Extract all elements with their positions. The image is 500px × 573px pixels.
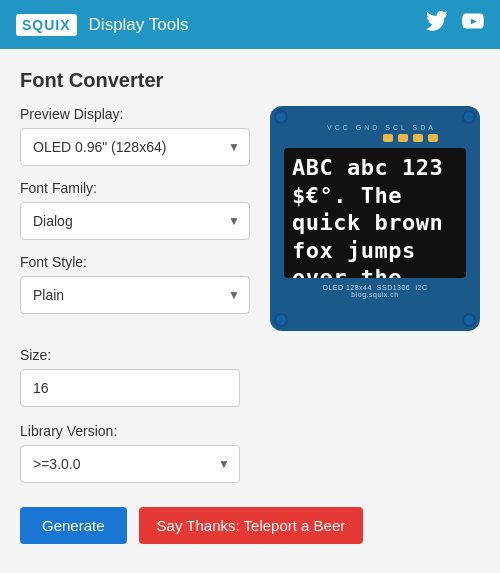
bottom-section: Size: Library Version: >=3.0.0 <3.0.0 ▼ [20, 347, 480, 483]
library-version-wrapper: >=3.0.0 <3.0.0 ▼ [20, 445, 240, 483]
header-left: SQUIX Display Tools [16, 14, 188, 36]
header-title: Display Tools [89, 15, 189, 35]
font-style-select[interactable]: Plain Bold Italic Bold Italic [20, 276, 250, 314]
oled-device: VCC GND SCL SDA ABC abc 123 $€°. The qui… [270, 106, 480, 331]
two-col-layout: Preview Display: OLED 0.96" (128x64) ▼ F… [20, 106, 480, 331]
section-title: Font Converter [20, 69, 480, 92]
font-family-wrapper: Dialog Arial Times New Roman Courier ▼ [20, 202, 250, 240]
font-family-select[interactable]: Dialog Arial Times New Roman Courier [20, 202, 250, 240]
oled-pin-gnd [398, 134, 408, 142]
oled-blog-text: blog.squix.ch [284, 291, 466, 298]
oled-pin-vcc [383, 134, 393, 142]
preview-display-select[interactable]: OLED 0.96" (128x64) [20, 128, 250, 166]
size-input[interactable] [20, 369, 240, 407]
main-content: Font Converter Preview Display: OLED 0.9… [0, 49, 500, 564]
generate-button[interactable]: Generate [20, 507, 127, 544]
logo: SQUIX [16, 14, 77, 36]
library-version-select[interactable]: >=3.0.0 <3.0.0 [20, 445, 240, 483]
font-family-label: Font Family: [20, 180, 250, 196]
oled-pin-sda [428, 134, 438, 142]
twitter-icon[interactable] [426, 11, 448, 38]
button-row: Generate Say Thanks: Teleport a Beer [20, 507, 480, 544]
size-label: Size: [20, 347, 480, 363]
oled-bottom-info: OLED 128x44 SSD1306 I2C blog.squix.ch [284, 284, 466, 298]
font-style-label: Font Style: [20, 254, 250, 270]
header-icons [426, 11, 484, 38]
oled-pin-labels: VCC GND SCL SDA [284, 124, 466, 131]
oled-preview: VCC GND SCL SDA ABC abc 123 $€°. The qui… [270, 106, 480, 331]
oled-preview-text: ABC abc 123 $€°. The quick brown fox jum… [284, 148, 466, 278]
oled-screen: ABC abc 123 $€°. The quick brown fox jum… [284, 148, 466, 278]
oled-corner-tr [462, 110, 476, 124]
beer-button[interactable]: Say Thanks: Teleport a Beer [139, 507, 364, 544]
oled-info-text: OLED 128x44 SSD1306 I2C [284, 284, 466, 291]
oled-corner-bl [274, 313, 288, 327]
oled-corner-br [462, 313, 476, 327]
oled-pin-scl [413, 134, 423, 142]
youtube-icon[interactable] [462, 11, 484, 38]
form-col: Preview Display: OLED 0.96" (128x64) ▼ F… [20, 106, 250, 314]
oled-corner-tl [274, 110, 288, 124]
preview-display-wrapper: OLED 0.96" (128x64) ▼ [20, 128, 250, 166]
preview-display-label: Preview Display: [20, 106, 250, 122]
font-style-wrapper: Plain Bold Italic Bold Italic ▼ [20, 276, 250, 314]
library-version-label: Library Version: [20, 423, 480, 439]
app-header: SQUIX Display Tools [0, 0, 500, 49]
